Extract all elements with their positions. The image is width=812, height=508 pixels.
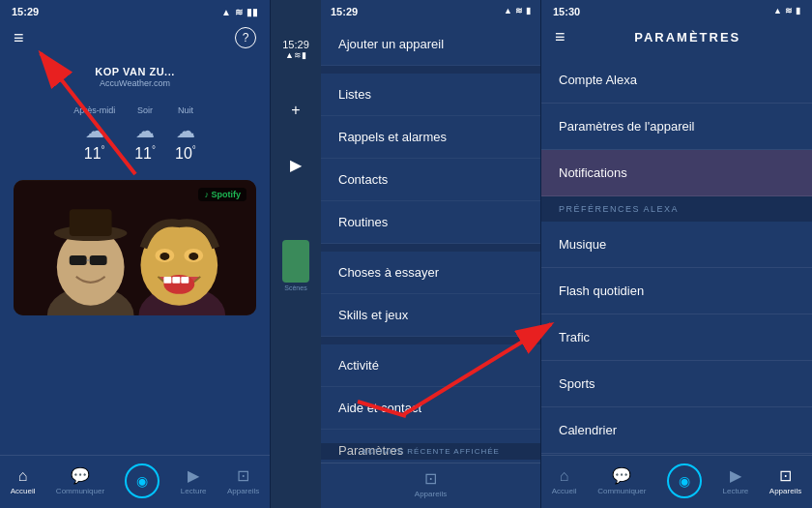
panel3-alexa-button[interactable]: ◉ xyxy=(667,463,702,498)
settings-music[interactable]: Musique xyxy=(541,222,812,268)
panel3-devices-icon: ⊡ xyxy=(779,466,792,485)
menu-skills[interactable]: Skills et jeux xyxy=(321,294,540,337)
sidebar-tabs: 15:29 ▲≋▮ + ▶ Scènes xyxy=(271,0,321,508)
panel3-nav-home[interactable]: ⌂ Accueil xyxy=(552,467,577,495)
spotify-icon: ♪ xyxy=(204,190,211,199)
time-2b: 15:29 xyxy=(331,6,358,17)
weather-temp-2: 10° xyxy=(175,144,196,163)
panel3-nav-alexa[interactable]: ◉ xyxy=(667,463,702,498)
menu-add-device[interactable]: Ajouter un appareil xyxy=(321,23,540,66)
svg-rect-3 xyxy=(70,255,87,265)
weather-temp-1: 11° xyxy=(134,144,156,163)
settings-notifications-label: Notifications xyxy=(559,165,627,180)
menu-lists-label: Listes xyxy=(338,87,371,102)
menu-help[interactable]: Aide et contact xyxy=(321,387,540,430)
scenes-group: Scènes xyxy=(282,221,309,291)
weather-evening: Soir ☁ 11° xyxy=(134,105,156,163)
sidebar-tab-add[interactable]: + xyxy=(278,93,313,128)
panel3-communicate-icon: 💬 xyxy=(612,466,631,485)
cloud-icon-2: ☁ xyxy=(176,119,195,142)
nav-devices-label: Appareils xyxy=(227,487,259,495)
svg-rect-12 xyxy=(172,277,180,284)
panel-menu: 15:29 ▲≋▮ + ▶ Scènes 15:29 ▲ ≋ xyxy=(271,0,541,508)
recent-activity-label: ACTIVITÉ RÉCENTE AFFICHÉE xyxy=(362,447,500,456)
menu-lists[interactable]: Listes xyxy=(321,74,540,116)
hamburger-button[interactable]: ≡ xyxy=(14,28,24,48)
panel3-nav-devices[interactable]: ⊡ Appareils xyxy=(769,466,801,495)
signal-icon-2: ▲≋▮ xyxy=(285,50,306,60)
panel2-recent-activity: ACTIVITÉ RÉCENTE AFFICHÉE xyxy=(321,443,540,460)
signal-3: ▲ xyxy=(773,6,782,17)
svg-point-17 xyxy=(188,253,198,260)
bat-3: ▮ xyxy=(796,6,800,17)
weather-label-0: Après-midi xyxy=(73,105,115,115)
status-bar-2: 15:29 ▲≋▮ xyxy=(282,39,309,60)
playback-icon: ▶ xyxy=(188,466,199,485)
nav-home[interactable]: ⌂ Accueil xyxy=(11,467,36,495)
panel3-nav-communicate[interactable]: 💬 Communiquer xyxy=(597,466,646,495)
menu-add-device-label: Ajouter un appareil xyxy=(338,37,444,51)
weather-temp-0: 11° xyxy=(84,144,105,163)
scenes-label: Scènes xyxy=(284,284,306,291)
app-container: 15:29 ▲ ≋ ▮▮ ≡ ? KOP VAN ZU... AccuWeath… xyxy=(0,0,812,508)
settings-flash[interactable]: Flash quotidien xyxy=(541,268,812,314)
panel2-devices-icon: ⊡ xyxy=(424,469,437,488)
menu-try[interactable]: Choses à essayer xyxy=(321,252,540,294)
alexa-button[interactable]: ◉ xyxy=(125,463,160,498)
weather-label-1: Soir xyxy=(137,105,153,115)
wifi-3: ≋ xyxy=(785,6,793,17)
nav-alexa[interactable]: ◉ xyxy=(125,463,160,498)
panel-home: 15:29 ▲ ≋ ▮▮ ≡ ? KOP VAN ZU... AccuWeath… xyxy=(0,0,271,508)
svg-rect-4 xyxy=(90,255,107,265)
signal-icon-1: ▲ xyxy=(221,7,231,17)
panel2-status-icons: ▲ ≋ ▮ xyxy=(504,6,531,17)
panel2-devices-label: Appareils xyxy=(415,490,447,498)
scenes-indicator xyxy=(282,240,309,283)
menu-content: 15:29 ▲ ≋ ▮ Ajouter un appareil Listes R… xyxy=(321,0,540,508)
help-button[interactable]: ? xyxy=(235,27,256,48)
settings-sports-label: Sports xyxy=(559,376,595,391)
nav-communicate[interactable]: 💬 Communiquer xyxy=(56,466,104,495)
sidebar-tab-play[interactable]: ▶ xyxy=(278,147,313,182)
menu-contacts[interactable]: Contacts xyxy=(321,159,540,201)
settings-prefs-header-label: PRÉFÉRENCES ALEXA xyxy=(559,204,679,214)
battery-icon-1: ▮▮ xyxy=(246,7,258,17)
settings-sports[interactable]: Sports xyxy=(541,361,812,407)
svg-rect-11 xyxy=(163,277,171,284)
wifi-2b: ≋ xyxy=(515,6,523,17)
sidebar-tab-play-group: ▶ xyxy=(278,147,313,182)
add-icon: + xyxy=(291,102,300,119)
devices-icon: ⊡ xyxy=(237,466,249,485)
panel3-status-bar: 15:30 ▲ ≋ ▮ xyxy=(541,0,812,23)
panel3-hamburger-button[interactable]: ≡ xyxy=(555,27,566,47)
menu-activity[interactable]: Activité xyxy=(321,344,540,387)
nav-devices[interactable]: ⊡ Appareils xyxy=(227,466,259,495)
menu-routines[interactable]: Routines xyxy=(321,201,540,244)
music-card[interactable]: ♪ Spotify xyxy=(14,180,256,315)
panel3-playback-icon: ▶ xyxy=(730,466,741,485)
menu-try-label: Choses à essayer xyxy=(338,265,439,280)
panel2-nav-devices[interactable]: ⊡ Appareils xyxy=(415,469,447,498)
svg-rect-7 xyxy=(70,209,112,236)
status-bar-1: 15:29 ▲ ≋ ▮▮ xyxy=(0,0,270,23)
panel2-bottom-nav: ⊡ Appareils xyxy=(321,463,540,508)
weather-label-2: Nuit xyxy=(178,105,193,115)
panel3-nav-playback[interactable]: ▶ Lecture xyxy=(723,466,749,495)
panel3-nav-devices-label: Appareils xyxy=(769,487,801,495)
panel3-bottom-nav: ⌂ Accueil 💬 Communiquer ◉ ▶ Lecture ⊡ Ap… xyxy=(541,455,812,508)
settings-account[interactable]: Compte Alexa xyxy=(541,57,812,104)
settings-traffic[interactable]: Trafic xyxy=(541,314,812,361)
settings-calendar[interactable]: Calendrier xyxy=(541,407,812,454)
panel3-nav-playback-label: Lecture xyxy=(723,487,749,495)
communicate-icon: 💬 xyxy=(71,466,90,485)
time-2: 15:29 xyxy=(282,39,309,50)
nav-playback[interactable]: ▶ Lecture xyxy=(181,466,207,495)
wifi-icon-1: ≋ xyxy=(235,7,243,17)
top-nav-1: ≡ ? xyxy=(0,23,270,56)
settings-notifications[interactable]: Notifications xyxy=(541,150,812,196)
panel3-status-icons: ▲ ≋ ▮ xyxy=(773,6,800,17)
settings-device[interactable]: Paramètres de l'appareil xyxy=(541,104,812,150)
signal-2b: ▲ xyxy=(504,6,512,17)
bat-2b: ▮ xyxy=(526,6,531,17)
menu-reminders[interactable]: Rappels et alarmes xyxy=(321,116,540,159)
